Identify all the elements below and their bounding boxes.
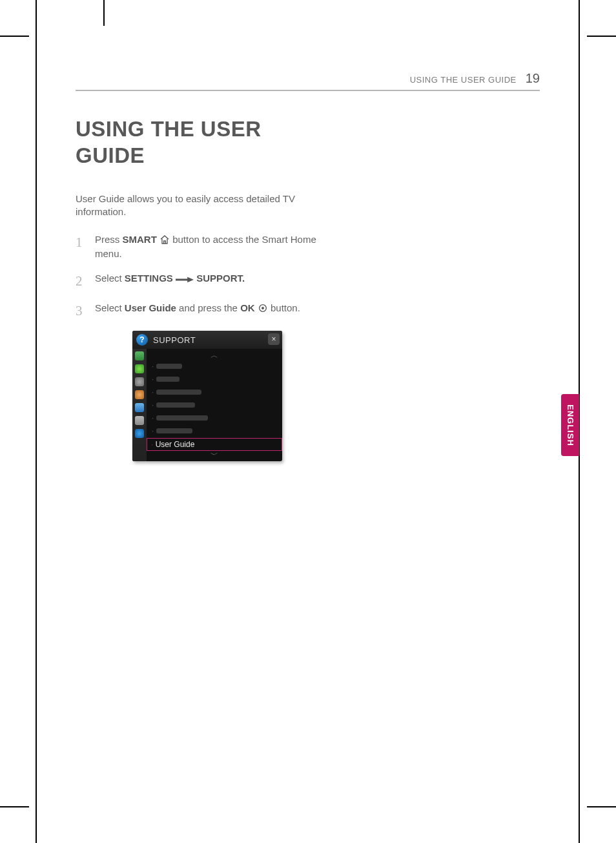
- sidebar-icon[interactable]: [135, 364, 144, 373]
- home-icon: [159, 234, 170, 245]
- list-item[interactable]: [147, 411, 282, 424]
- support-label: SUPPORT.: [196, 273, 245, 284]
- step-2: 2 Select SETTINGS SUPPORT.: [76, 271, 334, 291]
- running-header: USING THE USER GUIDE 19: [76, 71, 540, 91]
- smart-label: SMART: [123, 234, 157, 245]
- user-guide-label: User Guide: [125, 302, 176, 313]
- step-number: 1: [76, 233, 85, 261]
- close-icon[interactable]: ×: [268, 333, 280, 345]
- list-item-selected[interactable]: User Guide: [147, 438, 282, 451]
- svg-point-1: [262, 307, 264, 309]
- step-text: Select SETTINGS SUPPORT.: [95, 271, 334, 291]
- sidebar-icon-support[interactable]: [135, 429, 144, 438]
- list-item[interactable]: [147, 424, 282, 437]
- running-header-text: USING THE USER GUIDE: [410, 75, 517, 85]
- support-title: SUPPORT: [153, 335, 196, 345]
- sidebar-icon[interactable]: [135, 390, 144, 399]
- page-title: USING THE USER GUIDE: [76, 116, 302, 169]
- settings-label: SETTINGS: [125, 273, 173, 284]
- ok-label: OK: [240, 302, 255, 313]
- help-icon: ?: [136, 334, 148, 346]
- list-item[interactable]: [147, 398, 282, 411]
- step-text: Select User Guide and press the OK butto…: [95, 301, 334, 320]
- steps-list: 1 Press SMART button to access the Smart…: [76, 233, 334, 320]
- sidebar-icon[interactable]: [135, 351, 144, 360]
- step-3: 3 Select User Guide and press the OK but…: [76, 301, 334, 320]
- selected-label: User Guide: [156, 440, 195, 449]
- support-titlebar: ? SUPPORT ×: [132, 331, 282, 349]
- menu-list: ︿ User Guide ﹀: [147, 349, 282, 461]
- step-text: Press SMART button to access the Smart H…: [95, 233, 334, 261]
- support-menu-screenshot: ? SUPPORT × ︿: [132, 331, 282, 461]
- step-number: 3: [76, 301, 85, 320]
- sidebar-icon[interactable]: [135, 403, 144, 412]
- sidebar-icon[interactable]: [135, 377, 144, 386]
- menu-sidebar: [132, 349, 147, 461]
- page-number: 19: [526, 71, 540, 86]
- chevron-down-icon[interactable]: ﹀: [147, 451, 282, 459]
- step-1: 1 Press SMART button to access the Smart…: [76, 233, 334, 261]
- content-area: USING THE USER GUIDE 19 USING THE USER G…: [76, 71, 540, 461]
- list-item[interactable]: [147, 372, 282, 385]
- list-item[interactable]: [147, 385, 282, 398]
- sidebar-icon[interactable]: [135, 416, 144, 425]
- arrow-right-icon: [176, 276, 194, 284]
- intro-paragraph: User Guide allows you to easily access d…: [76, 193, 302, 219]
- list-item[interactable]: [147, 359, 282, 372]
- step-number: 2: [76, 271, 85, 291]
- ok-wheel-icon: [258, 303, 268, 313]
- chevron-up-icon[interactable]: ︿: [147, 351, 282, 359]
- language-label: ENGLISH: [566, 404, 575, 446]
- page-frame: USING THE USER GUIDE 19 USING THE USER G…: [36, 0, 580, 843]
- language-tab: ENGLISH: [561, 394, 579, 456]
